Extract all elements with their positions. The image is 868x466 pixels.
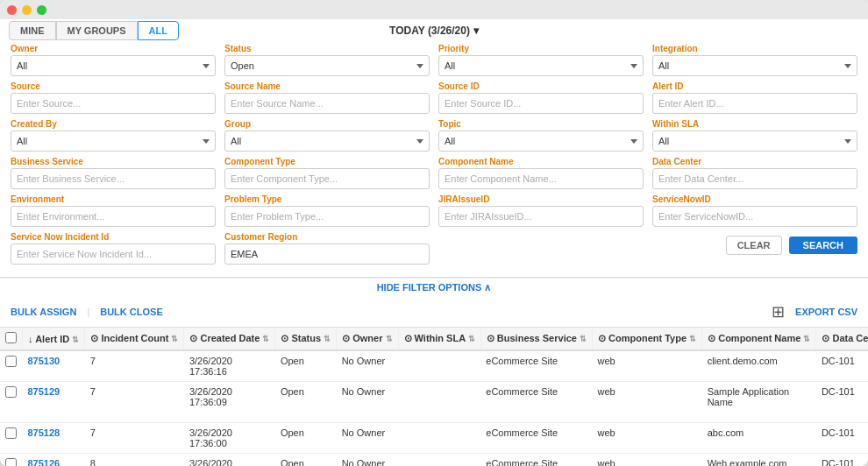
col-created-date[interactable]: ⊙ Created Date ⇅ [184,328,275,350]
data-center-input[interactable] [652,168,857,189]
table-controls: BULK ASSIGN | BULK CLOSE ⊞ EXPORT CSV [0,297,868,328]
bulk-close-button[interactable]: BULK CLOSE [100,307,163,317]
filter-service-now-id: ServiceNowID [652,194,857,227]
minimize-dot[interactable] [22,5,32,15]
col-within-sla[interactable]: ⊙ Within SLA ⇅ [398,328,480,350]
col-alert-id[interactable]: ↓ Alert ID ⇅ [23,328,85,350]
col-business-service[interactable]: ⊙ Business Service ⇅ [480,328,592,350]
row-checkbox-cell[interactable] [0,350,23,382]
select-all-header[interactable] [0,328,23,350]
created-by-select[interactable]: All [11,131,216,152]
filter-priority: Priority All [438,44,644,76]
filter-topic: Topic All [438,119,644,152]
cell-status: Open [275,423,337,454]
select-all-checkbox[interactable] [5,332,17,343]
filter-group: Group All [224,119,430,152]
cell-alert-id[interactable]: 875129 [23,382,85,423]
filter-row-5: Environment Problem Type JIRAIssueID Ser… [11,194,857,227]
search-button[interactable]: SEARCH [789,237,857,254]
export-csv-button[interactable]: EXPORT CSV [795,307,857,317]
cell-alert-id[interactable]: 875128 [23,423,85,454]
hide-filter-label: HIDE FILTER OPTIONS ∧ [377,282,492,293]
maximize-dot[interactable] [37,5,46,15]
tabs-bar: MINE MY GROUPS ALL TODAY (3/26/20) ▾ [0,19,868,37]
environment-input[interactable] [11,206,216,227]
content-area: MINE MY GROUPS ALL TODAY (3/26/20) ▾ Own… [0,19,868,466]
today-filter[interactable]: TODAY (3/26/20) ▾ [389,25,479,37]
jira-issue-id-input[interactable] [438,206,644,227]
cell-alert-id[interactable]: 875130 [23,350,85,382]
table-body: 875130 7 3/26/2020 17:36:16 Open No Owne… [0,350,868,466]
row-checkbox-cell[interactable] [0,423,23,454]
owner-select[interactable]: All [11,55,216,76]
row-checkbox-2[interactable] [5,427,17,439]
col-incident-count[interactable]: ⊙ Incident Count ⇅ [85,328,184,350]
customer-region-input[interactable] [224,244,430,265]
cell-created-date: 3/26/2020 17:36:00 [184,423,275,454]
filter-section: Owner All Status Open Priority All [0,37,868,278]
service-now-id-label: ServiceNowID [652,194,857,204]
source-id-input[interactable] [438,93,644,114]
row-checkbox-cell[interactable] [0,454,23,467]
table-row: 875128 7 3/26/2020 17:36:00 Open No Owne… [0,423,868,454]
col-data-center[interactable]: ⊙ Data Center ⇅ [816,328,868,350]
row-checkbox-1[interactable] [5,386,17,398]
column-settings-icon[interactable]: ⊞ [772,302,785,321]
filter-data-center: Data Center [652,157,857,189]
tab-mine[interactable]: MINE [9,21,56,40]
col-owner[interactable]: ⊙ Owner ⇅ [337,328,398,350]
close-dot[interactable] [7,5,17,15]
cell-component-name: abc.com [702,423,816,454]
business-service-input[interactable] [11,168,216,189]
table-header-row: ↓ Alert ID ⇅ ⊙ Incident Count ⇅ ⊙ Create… [0,328,868,350]
alerts-table-wrapper[interactable]: ↓ Alert ID ⇅ ⊙ Incident Count ⇅ ⊙ Create… [0,328,868,466]
tab-my-groups[interactable]: MY GROUPS [56,21,138,40]
within-sla-select[interactable]: All [652,131,857,152]
today-label: TODAY (3/26/20) [389,25,470,37]
service-now-incident-input[interactable] [11,244,216,265]
cell-within-sla [398,454,480,467]
source-input[interactable] [11,93,216,114]
clear-button[interactable]: CLEAR [726,236,782,255]
alert-id-link[interactable]: 875128 [28,427,60,438]
component-type-label: Component Type [224,157,430,166]
cell-business-service: eCommerce Site [480,454,592,467]
cell-within-sla [398,423,480,454]
topic-select[interactable]: All [438,131,644,152]
col-status[interactable]: ⊙ Status ⇅ [275,328,337,350]
main-window: MINE MY GROUPS ALL TODAY (3/26/20) ▾ Own… [0,0,868,466]
source-name-input[interactable] [224,93,430,114]
filter-problem-type: Problem Type [224,194,430,227]
filter-created-by: Created By All [11,119,216,152]
service-now-id-input[interactable] [652,206,857,227]
filter-component-type: Component Type [224,157,430,189]
row-checkbox-0[interactable] [5,356,17,367]
alert-id-input[interactable] [652,93,857,114]
source-label: Source [11,81,216,91]
component-type-input[interactable] [224,168,430,189]
row-checkbox-3[interactable] [5,458,17,466]
alert-id-link[interactable]: 875129 [28,386,60,397]
cell-incident-count: 8 [85,454,184,467]
data-center-label: Data Center [652,157,857,166]
filter-placeholder-1 [438,232,644,265]
priority-select[interactable]: All [438,55,644,76]
filter-customer-region: Customer Region [224,232,430,265]
component-name-input[interactable] [438,168,644,189]
integration-select[interactable]: All [652,55,857,76]
cell-alert-id[interactable]: 875126 [23,454,85,467]
row-checkbox-cell[interactable] [0,382,23,423]
bulk-assign-button[interactable]: BULK ASSIGN [11,307,76,317]
col-component-name[interactable]: ⊙ Component Name ⇅ [702,328,816,350]
problem-type-input[interactable] [224,206,430,227]
col-component-type[interactable]: ⊙ Component Type ⇅ [593,328,702,350]
tab-all[interactable]: ALL [138,21,179,40]
group-select[interactable]: All [224,131,430,152]
status-select[interactable]: Open [224,55,430,76]
alert-id-link[interactable]: 875126 [28,458,60,466]
cell-component-type: web [593,454,702,467]
hide-filter-toggle[interactable]: HIDE FILTER OPTIONS ∧ [0,278,868,297]
cell-data-center: DC-101 [816,423,868,454]
cell-status: Open [275,350,337,382]
alert-id-link[interactable]: 875130 [28,356,60,366]
